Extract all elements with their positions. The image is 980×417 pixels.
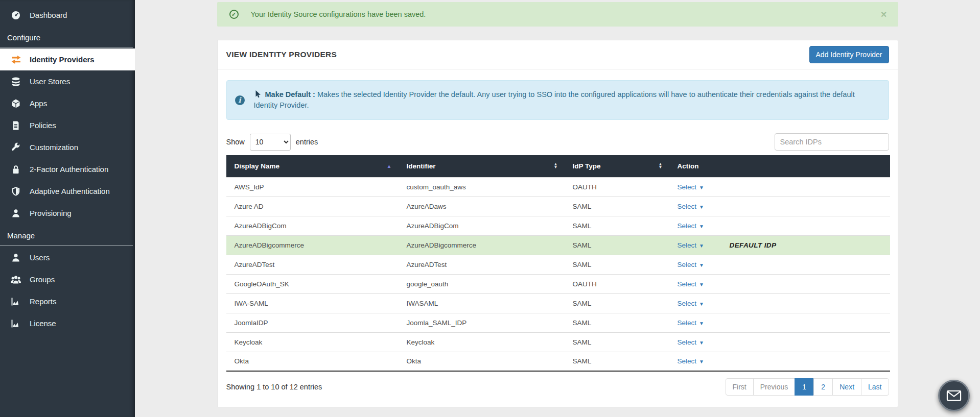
table-row: GoogleOAuth_SKgoogle_oauthOAUTHSelect▼ — [226, 274, 890, 293]
cursor-pointer-icon — [255, 90, 261, 98]
table-row: AzureADBigcommerceAzureADBigcommerceSAML… — [226, 235, 890, 255]
select-label: Select — [678, 241, 697, 249]
chat-widget-button[interactable] — [938, 380, 970, 411]
cell-type: OAUTH — [565, 177, 669, 197]
cell-identifier: AzureADTest — [399, 255, 565, 274]
select-action-dropdown[interactable]: Select▼ — [678, 203, 704, 210]
sidebar-item-label: Users — [30, 253, 50, 262]
cell-default-marker — [721, 332, 890, 352]
cell-action: Select▼ — [669, 177, 721, 197]
cell-display: AzureADBigCom — [226, 216, 399, 235]
cell-default-marker — [721, 293, 890, 313]
pagination-1[interactable]: 1 — [795, 378, 814, 396]
caret-down-icon: ▼ — [699, 340, 704, 346]
select-action-dropdown[interactable]: Select▼ — [678, 222, 704, 230]
sidebar-item-provisioning[interactable]: Provisioning — [0, 202, 135, 224]
cell-action: Select▼ — [669, 197, 721, 216]
cell-type: SAML — [565, 293, 669, 313]
cell-type: SAML — [565, 255, 669, 274]
sidebar-item-adaptive-authentication[interactable]: Adaptive Authentication — [0, 180, 135, 202]
table-controls: Show 10 entries — [226, 133, 889, 151]
sidebar-item-license[interactable]: License — [0, 312, 135, 334]
entries-select[interactable]: 10 — [250, 134, 291, 151]
panel-body: i Make Default : Makes the selected Iden… — [218, 69, 898, 406]
cell-identifier: AzureADBigcommerce — [399, 235, 565, 255]
select-action-dropdown[interactable]: Select▼ — [678, 261, 704, 268]
select-action-dropdown[interactable]: Select▼ — [678, 357, 704, 365]
column-header-action: Action — [669, 155, 721, 177]
pagination-next[interactable]: Next — [832, 378, 861, 396]
sidebar-item-label: 2-Factor Authentication — [30, 165, 108, 174]
cell-type: SAML — [565, 216, 669, 235]
sidebar-item-label: User Stores — [30, 77, 70, 86]
select-action-dropdown[interactable]: Select▼ — [678, 280, 704, 288]
cell-identifier: google_oauth — [399, 274, 565, 293]
column-header-display-name[interactable]: Display Name▲ — [226, 155, 399, 177]
sidebar-item-label: Dashboard — [30, 11, 67, 19]
sidebar-item-identity-providers[interactable]: Identity Providers — [0, 48, 135, 70]
sidebar-item-reports[interactable]: Reports — [0, 290, 135, 312]
cell-display: Azure AD — [226, 197, 399, 216]
success-alert: ✓ Your Identity Source configurations ha… — [217, 2, 898, 27]
column-header-identifier[interactable]: Identifier▲▼ — [399, 155, 565, 177]
alert-close-button[interactable]: × — [881, 9, 887, 19]
cell-action: Select▼ — [669, 313, 721, 332]
cell-identifier: IWASAML — [399, 293, 565, 313]
sidebar-item-label: Apps — [30, 99, 47, 108]
exchange-icon — [10, 54, 22, 65]
sidebar-item-users[interactable]: Users — [0, 247, 135, 268]
cell-identifier: AzureADBigCom — [399, 216, 565, 235]
sort-ascending-icon: ▲ — [387, 163, 392, 169]
sidebar-item-customization[interactable]: Customization — [0, 136, 135, 158]
panel-header: VIEW IDENTITY PROVIDERS Add Identity Pro… — [218, 40, 898, 69]
main-content: ✓ Your Identity Source configurations ha… — [135, 0, 980, 417]
sidebar-item-label: Identity Providers — [30, 55, 95, 64]
column-label: Display Name — [235, 162, 280, 170]
table-row: Azure ADAzureADawsSAMLSelect▼ — [226, 197, 890, 216]
column-label: Action — [678, 162, 699, 170]
caret-down-icon: ▼ — [699, 262, 704, 268]
sort-both-icon: ▲▼ — [659, 163, 663, 169]
select-action-dropdown[interactable]: Select▼ — [678, 241, 704, 249]
caret-down-icon: ▼ — [699, 301, 704, 307]
select-action-dropdown[interactable]: Select▼ — [678, 338, 704, 346]
select-action-dropdown[interactable]: Select▼ — [678, 183, 704, 191]
cell-action: Select▼ — [669, 332, 721, 352]
pagination: FirstPrevious12NextLast — [726, 378, 889, 396]
sidebar-item-apps[interactable]: Apps — [0, 92, 135, 114]
pagination-first[interactable]: First — [726, 378, 754, 396]
select-action-dropdown[interactable]: Select▼ — [678, 300, 704, 307]
table-row: JoomlaIDPJoomla_SAML_IDPSAMLSelect▼ — [226, 313, 890, 332]
pagination-2[interactable]: 2 — [813, 378, 833, 396]
column-header-idp-type[interactable]: IdP Type▲▼ — [565, 155, 669, 177]
sort-both-icon: ▲▼ — [554, 163, 558, 169]
select-label: Select — [678, 357, 697, 365]
wrench-icon — [10, 142, 22, 153]
pagination-previous[interactable]: Previous — [753, 378, 795, 396]
cell-default-marker — [721, 352, 890, 371]
info-bold-label: Make Default : — [265, 90, 315, 99]
user-icon — [10, 252, 22, 263]
check-circle-icon: ✓ — [229, 10, 239, 19]
cell-type: SAML — [565, 313, 669, 332]
sidebar-item-policies[interactable]: Policies — [0, 114, 135, 136]
chart-icon — [10, 318, 22, 329]
cell-action: Select▼ — [669, 216, 721, 235]
search-idps-input[interactable] — [775, 133, 889, 151]
sidebar-item-label: License — [30, 319, 56, 328]
document-icon — [10, 120, 22, 131]
select-label: Select — [678, 319, 697, 327]
table-row: KeycloakKeycloakSAMLSelect▼ — [226, 332, 890, 352]
sidebar-item-2-factor-authentication[interactable]: 2-Factor Authentication — [0, 158, 135, 180]
cell-action: Select▼ — [669, 274, 721, 293]
select-label: Select — [678, 222, 697, 230]
pagination-last[interactable]: Last — [861, 378, 889, 396]
sidebar-item-groups[interactable]: Groups — [0, 268, 135, 290]
add-identity-provider-button[interactable]: Add Identity Provider — [809, 46, 889, 63]
select-action-dropdown[interactable]: Select▼ — [678, 319, 704, 327]
info-icon: i — [235, 95, 245, 105]
sidebar: DashboardConfigureIdentity ProvidersUser… — [0, 0, 135, 417]
sidebar-item-dashboard[interactable]: Dashboard — [0, 4, 135, 26]
cell-identifier: Joomla_SAML_IDP — [399, 313, 565, 332]
sidebar-item-user-stores[interactable]: User Stores — [0, 70, 135, 92]
